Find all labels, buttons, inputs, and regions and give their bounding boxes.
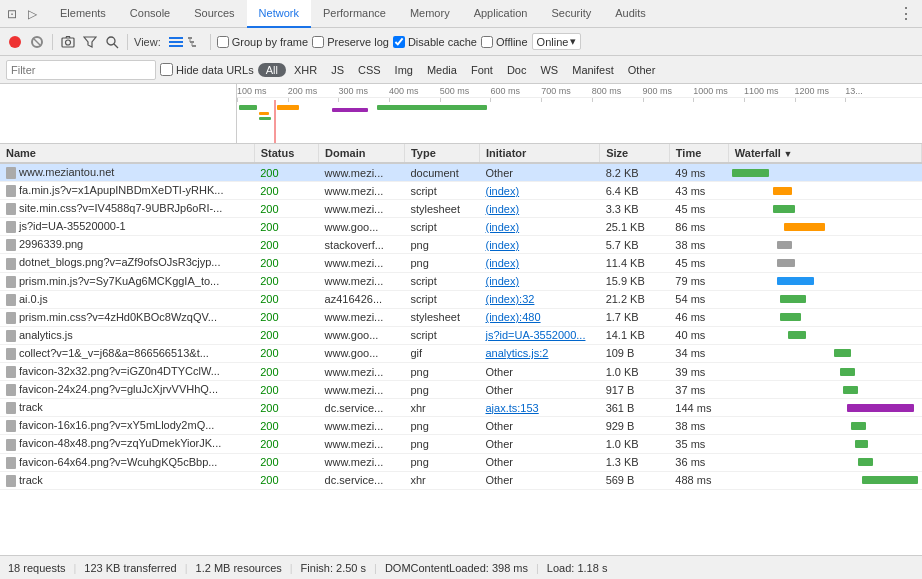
table-row[interactable]: favicon-16x16.png?v=xY5mLlody2mQ...200ww… xyxy=(0,417,922,435)
search-button[interactable] xyxy=(103,33,121,51)
table-row[interactable]: fa.min.js?v=x1ApupINBDmXeDTI-yRHK...200w… xyxy=(0,182,922,200)
filter-type-doc[interactable]: Doc xyxy=(501,63,533,77)
svg-line-2 xyxy=(33,38,41,46)
disable-cache-checkbox[interactable] xyxy=(393,36,405,48)
filter-type-other[interactable]: Other xyxy=(622,63,662,77)
cell-initiator[interactable]: (index) xyxy=(480,218,600,236)
file-icon xyxy=(6,457,16,469)
cell-size: 11.4 KB xyxy=(600,254,670,272)
online-dropdown[interactable]: Online ▾ xyxy=(532,33,582,50)
cell-domain: www.mezi... xyxy=(319,272,405,290)
cell-size: 929 B xyxy=(600,417,670,435)
filter-type-css[interactable]: CSS xyxy=(352,63,387,77)
table-row[interactable]: collect?v=1&_v=j68&a=866566513&t...200ww… xyxy=(0,344,922,362)
filter-type-manifest[interactable]: Manifest xyxy=(566,63,620,77)
preserve-log-group[interactable]: Preserve log xyxy=(312,36,389,48)
filter-type-ws[interactable]: WS xyxy=(534,63,564,77)
cell-type: png xyxy=(404,254,479,272)
table-row[interactable]: www.meziantou.net200www.mezi...documentO… xyxy=(0,163,922,182)
view-list-icon[interactable] xyxy=(167,33,185,51)
col-domain[interactable]: Domain xyxy=(319,144,405,163)
table-row[interactable]: site.min.css?v=IV4588q7-9UBRJp6oRI-...20… xyxy=(0,200,922,218)
tab-elements[interactable]: Elements xyxy=(48,0,118,28)
cell-domain: az416426... xyxy=(319,290,405,308)
table-row[interactable]: ai.0.js200az416426...script(index):3221.… xyxy=(0,290,922,308)
devtools-icon-1[interactable]: ⊡ xyxy=(4,6,20,22)
tab-memory[interactable]: Memory xyxy=(398,0,462,28)
cell-initiator[interactable]: (index):32 xyxy=(480,290,600,308)
table-container[interactable]: Name Status Domain Type Initiator Size T… xyxy=(0,144,922,555)
disable-cache-group[interactable]: Disable cache xyxy=(393,36,477,48)
file-icon xyxy=(6,203,16,215)
col-time[interactable]: Time xyxy=(669,144,728,163)
file-icon xyxy=(6,366,16,378)
cell-initiator[interactable]: (index) xyxy=(480,200,600,218)
col-size[interactable]: Size xyxy=(600,144,670,163)
table-row[interactable]: prism.min.css?v=4zHd0KBOc8WzqQV...200www… xyxy=(0,308,922,326)
table-row[interactable]: prism.min.js?v=Sy7KuAg6MCKggIA_to...200w… xyxy=(0,272,922,290)
waterfall-bar-container xyxy=(732,292,917,306)
col-status[interactable]: Status xyxy=(254,144,318,163)
svg-rect-11 xyxy=(190,41,194,43)
file-name: favicon-64x64.png?v=WcuhgKQ5cBbp... xyxy=(19,456,217,468)
cell-waterfall xyxy=(728,381,921,399)
cell-initiator[interactable]: (index) xyxy=(480,236,600,254)
col-type[interactable]: Type xyxy=(404,144,479,163)
cell-domain: www.goo... xyxy=(319,218,405,236)
col-waterfall[interactable]: Waterfall xyxy=(728,144,921,163)
tab-audits[interactable]: Audits xyxy=(603,0,658,28)
filter-type-xhr[interactable]: XHR xyxy=(288,63,323,77)
table-row[interactable]: 2996339.png200stackoverf...png(index)5.7… xyxy=(0,236,922,254)
file-icon xyxy=(6,276,16,288)
tab-sources[interactable]: Sources xyxy=(182,0,246,28)
tab-overflow-button[interactable]: ⋮ xyxy=(894,4,918,23)
cell-initiator[interactable]: (index) xyxy=(480,272,600,290)
cell-initiator[interactable]: (index) xyxy=(480,254,600,272)
filter-button[interactable] xyxy=(81,33,99,51)
cell-initiator[interactable]: (index) xyxy=(480,182,600,200)
cell-initiator[interactable]: analytics.js:2 xyxy=(480,344,600,362)
filter-type-all[interactable]: All xyxy=(258,63,286,77)
filter-row: Hide data URLs AllXHRJSCSSImgMediaFontDo… xyxy=(0,56,922,84)
tab-performance[interactable]: Performance xyxy=(311,0,398,28)
offline-checkbox[interactable] xyxy=(481,36,493,48)
offline-group[interactable]: Offline xyxy=(481,36,528,48)
tab-console[interactable]: Console xyxy=(118,0,182,28)
table-row[interactable]: favicon-32x32.png?v=iGZ0n4DTYCclW...200w… xyxy=(0,363,922,381)
cell-name: analytics.js xyxy=(0,326,254,344)
devtools-icon-2[interactable]: ▷ xyxy=(24,6,40,22)
table-row[interactable]: favicon-48x48.png?v=zqYuDmekYiorJK...200… xyxy=(0,435,922,453)
tab-application[interactable]: Application xyxy=(462,0,540,28)
table-row[interactable]: favicon-24x24.png?v=gluJcXjrvVVHhQ...200… xyxy=(0,381,922,399)
table-row[interactable]: track200dc.service...xhrOther569 B488 ms xyxy=(0,471,922,489)
cell-initiator[interactable]: js?id=UA-3552000... xyxy=(480,326,600,344)
record-button[interactable] xyxy=(6,33,24,51)
table-row[interactable]: dotnet_blogs.png?v=aZf9ofsOJsR3cjyp...20… xyxy=(0,254,922,272)
view-tree-icon[interactable] xyxy=(186,33,204,51)
tab-security[interactable]: Security xyxy=(539,0,603,28)
clear-button[interactable] xyxy=(28,33,46,51)
filter-type-font[interactable]: Font xyxy=(465,63,499,77)
filter-type-js[interactable]: JS xyxy=(325,63,350,77)
cell-initiator[interactable]: (index):480 xyxy=(480,308,600,326)
table-row[interactable]: analytics.js200www.goo...scriptjs?id=UA-… xyxy=(0,326,922,344)
table-row[interactable]: js?id=UA-35520000-1200www.goo...script(i… xyxy=(0,218,922,236)
filter-input[interactable] xyxy=(6,60,156,80)
group-by-frame-checkbox[interactable] xyxy=(217,36,229,48)
table-row[interactable]: track200dc.service...xhrajax.ts:153361 B… xyxy=(0,399,922,417)
group-by-frame-group[interactable]: Group by frame xyxy=(217,36,308,48)
table-row[interactable]: favicon-64x64.png?v=WcuhgKQ5cBbp...200ww… xyxy=(0,453,922,471)
cell-initiator: Other xyxy=(480,453,600,471)
preserve-log-checkbox[interactable] xyxy=(312,36,324,48)
col-initiator[interactable]: Initiator xyxy=(480,144,600,163)
screenshot-button[interactable] xyxy=(59,33,77,51)
cell-initiator[interactable]: ajax.ts:153 xyxy=(480,399,600,417)
filter-type-img[interactable]: Img xyxy=(389,63,419,77)
hide-data-urls-label[interactable]: Hide data URLs xyxy=(160,63,254,76)
timeline-right[interactable]: 100 ms200 ms300 ms400 ms500 ms600 ms700 … xyxy=(237,84,922,143)
hide-data-urls-checkbox[interactable] xyxy=(160,63,173,76)
offline-label: Offline xyxy=(496,36,528,48)
col-name[interactable]: Name xyxy=(0,144,254,163)
filter-type-media[interactable]: Media xyxy=(421,63,463,77)
tab-network[interactable]: Network xyxy=(247,0,311,28)
